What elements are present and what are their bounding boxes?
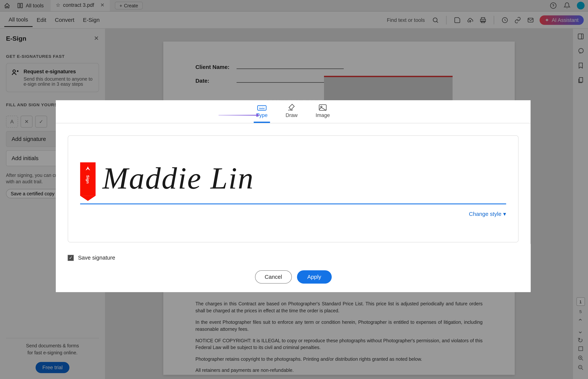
tab-draw[interactable]: Draw xyxy=(283,100,300,123)
sign-marker-label: Sign xyxy=(86,175,90,184)
signature-line xyxy=(80,204,506,204)
image-icon xyxy=(319,104,327,111)
change-style-label: Change style xyxy=(469,211,502,217)
tab-type[interactable]: Type xyxy=(254,101,270,123)
signature-box: Sign Maddie Lin Change style ▾ xyxy=(68,135,519,243)
keyboard-icon xyxy=(257,104,267,111)
save-label: Save signature xyxy=(78,254,115,261)
pen-icon xyxy=(287,103,296,111)
change-style-button[interactable]: Change style ▾ xyxy=(469,211,506,217)
tab-image-label: Image xyxy=(315,112,330,118)
caret-down-icon: ▾ xyxy=(503,211,506,217)
signature-text[interactable]: Maddie Lin xyxy=(102,161,254,196)
acrobat-icon xyxy=(84,166,91,173)
sign-marker: Sign xyxy=(80,162,96,196)
signature-modal: Type Draw Image Sign Maddie Lin Change s… xyxy=(56,100,531,292)
svg-rect-14 xyxy=(258,106,266,110)
tab-image[interactable]: Image xyxy=(313,101,332,123)
tab-draw-label: Draw xyxy=(286,112,298,118)
hint-arrow xyxy=(219,115,257,116)
modal-tabs: Type Draw Image xyxy=(56,100,531,123)
apply-button[interactable]: Apply xyxy=(297,270,331,284)
cancel-button[interactable]: Cancel xyxy=(255,270,292,284)
save-checkbox[interactable]: ✓ xyxy=(68,255,74,261)
